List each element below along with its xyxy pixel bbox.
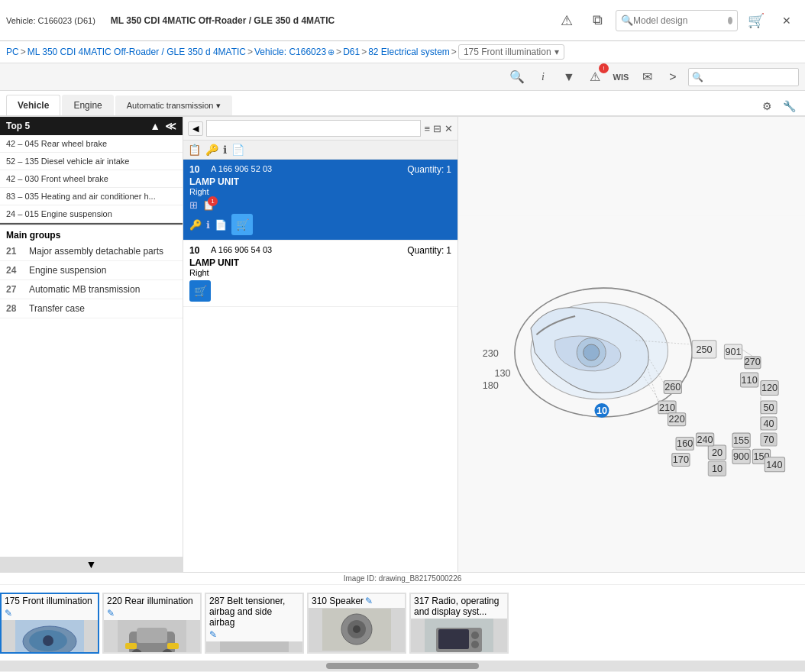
sidebar-top5-header: Top 5 ▲ ≪	[0, 117, 183, 135]
list-item[interactable]: 52 – 135 Diesel vehicle air intake	[0, 153, 183, 170]
parts-key-icon[interactable]: 🔑	[205, 144, 218, 156]
breadcrumb-electrical[interactable]: 82 Electrical system	[368, 47, 450, 57]
group-item-28[interactable]: 28 Transfer case	[0, 299, 183, 318]
svg-text:110: 110	[742, 375, 758, 386]
info-icon[interactable]: i	[532, 66, 554, 88]
close-parts-icon[interactable]: ✕	[445, 123, 453, 134]
close-icon[interactable]: ✕	[774, 8, 799, 33]
thumb-svg-310	[322, 609, 391, 651]
svg-text:270: 270	[745, 357, 761, 367]
list-view-icon[interactable]: ≡	[424, 123, 430, 134]
mail-icon[interactable]: ✉	[636, 66, 658, 88]
breadcrumb-model[interactable]: ML 350 CDI 4MATIC Off-Roader / GLE 350 d…	[27, 47, 246, 57]
edit-icon-220[interactable]: ✎	[107, 608, 115, 619]
list-item[interactable]: 83 – 035 Heating and air conditioner h..…	[0, 188, 183, 205]
svg-text:260: 260	[664, 382, 681, 393]
add-to-cart-btn-2[interactable]: 🛒	[189, 280, 211, 302]
svg-rect-68	[220, 641, 289, 654]
cart-button[interactable]: 🛒	[744, 8, 768, 33]
edit-icon-287[interactable]: ✎	[209, 629, 217, 640]
thumb-img-310	[309, 608, 405, 652]
parts-list: 10 A 166 906 52 03 Quantity: 1 LAMP UNIT…	[183, 160, 457, 572]
model-search-input[interactable]	[633, 15, 725, 26]
add-to-cart-btn-1[interactable]: 🛒	[231, 214, 253, 235]
filter-icon[interactable]: ▼	[558, 66, 580, 88]
group-text: Automatic MB transmission	[29, 284, 140, 295]
breadcrumb-d61[interactable]: D61	[343, 47, 360, 57]
svg-text:10: 10	[712, 464, 723, 474]
group-num: 24	[6, 265, 23, 276]
main-content: Top 5 ▲ ≪ 42 – 045 Rear wheel brake 52 –…	[0, 117, 805, 572]
tabs-bar: Vehicle Engine Automatic transmission ▾ …	[0, 91, 805, 117]
tab-vehicle[interactable]: Vehicle	[6, 95, 60, 115]
thumb-svg-220	[118, 620, 186, 654]
svg-text:250: 250	[696, 344, 712, 355]
list-item[interactable]: 42 – 045 Rear wheel brake	[0, 135, 183, 153]
double-arrow-icon[interactable]: ≪	[165, 120, 176, 132]
group-item-21[interactable]: 21 Major assembly detachable parts	[0, 242, 183, 261]
part-item-2[interactable]: 10 A 166 906 54 03 Quantity: 1 LAMP UNIT…	[183, 241, 457, 307]
top-bar: Vehicle: C166023 (D61) ML 350 CDI 4MATIC…	[0, 0, 805, 41]
parts-search-input[interactable]	[703, 73, 795, 82]
warning-icon[interactable]: ⚠	[554, 8, 579, 33]
grid-icon[interactable]: ⊞	[189, 199, 198, 211]
wrench-icon[interactable]: 🔧	[780, 97, 799, 115]
thumb-310[interactable]: 310 Speaker ✎	[307, 593, 406, 654]
group-num: 27	[6, 284, 23, 295]
svg-rect-79	[438, 629, 469, 649]
group-text: Engine suspension	[29, 265, 106, 276]
thumb-175[interactable]: 175 Front illumination ✎	[0, 593, 99, 654]
alert-btn[interactable]: ⚠ !	[584, 66, 606, 88]
vehicle-icon[interactable]: ⊕	[328, 47, 335, 57]
part-pos-1: 10	[189, 164, 205, 175]
group-item-27[interactable]: 27 Automatic MB transmission	[0, 280, 183, 299]
thumb-317[interactable]: 317 Radio, operating and display syst...	[409, 593, 509, 654]
sidebar-scroll-down[interactable]: ▼	[0, 557, 183, 572]
breadcrumb-pc[interactable]: PC	[6, 47, 19, 57]
chevron-down-icon: ▾	[554, 47, 559, 57]
group-item-24[interactable]: 24 Engine suspension	[0, 261, 183, 280]
part-name-1: LAMP UNIT	[189, 176, 451, 187]
part-desc-2: Right	[189, 268, 451, 277]
thumb-img-220	[104, 620, 200, 654]
svg-text:40: 40	[763, 418, 774, 429]
tab-automatic[interactable]: Automatic transmission ▾	[115, 95, 232, 115]
thumb-287[interactable]: 287 Belt tensioner, airbag and side airb…	[205, 593, 304, 654]
tab-engine[interactable]: Engine	[62, 95, 113, 115]
group-num: 21	[6, 246, 23, 257]
part-item-1[interactable]: 10 A 166 906 52 03 Quantity: 1 LAMP UNIT…	[183, 160, 457, 241]
svg-text:10: 10	[596, 405, 607, 416]
settings-icon[interactable]: ⚙	[759, 97, 775, 115]
breadcrumb-illumination-dropdown[interactable]: 175 Front illumination ▾	[458, 44, 564, 60]
part-id-1: A 166 906 52 03	[211, 164, 401, 173]
collapse-icon[interactable]: ▲	[150, 120, 160, 132]
thumb-220[interactable]: 220 Rear illumination ✎	[102, 593, 202, 654]
group-text: Major assembly detachable parts	[29, 246, 163, 257]
info-icon-1[interactable]: ℹ	[206, 219, 210, 231]
parts-filter-input[interactable]	[206, 120, 421, 137]
thumb-label-220: 220 Rear illumination	[107, 596, 193, 606]
key-icon-1[interactable]: 🔑	[189, 219, 202, 231]
parts-nav-left[interactable]: ◀	[188, 121, 203, 136]
zoom-in-icon[interactable]: 🔍	[506, 66, 528, 88]
part-name-2: LAMP UNIT	[189, 257, 451, 268]
scroll-bar[interactable]	[0, 661, 805, 671]
grid-view-icon[interactable]: ⊟	[433, 123, 441, 134]
thumb-svg-175	[15, 620, 84, 654]
expand-right-icon[interactable]: >	[662, 66, 684, 88]
parts-table-icon[interactable]: 📋	[188, 144, 201, 156]
list-item[interactable]: 24 – 015 Engine suspension	[0, 205, 183, 223]
breadcrumb-vehicle[interactable]: Vehicle: C166023	[254, 47, 326, 57]
copy-icon[interactable]: ⧉	[585, 8, 609, 33]
wis-icon[interactable]: WIS	[610, 66, 632, 88]
list-item[interactable]: 42 – 030 Front wheel brake	[0, 170, 183, 188]
parts-doc-icon[interactable]: 📄	[231, 144, 244, 156]
parts-info-icon[interactable]: ℹ	[223, 144, 227, 156]
thumb-img-317	[411, 619, 507, 654]
svg-rect-66	[125, 643, 137, 649]
edit-icon-175[interactable]: ✎	[5, 608, 12, 619]
file-icon-1[interactable]: 📄	[215, 219, 227, 231]
parts-subbar: 📋 🔑 ℹ 📄	[183, 141, 457, 160]
scroll-bar-thumb	[326, 663, 479, 669]
edit-icon-310[interactable]: ✎	[365, 596, 373, 606]
